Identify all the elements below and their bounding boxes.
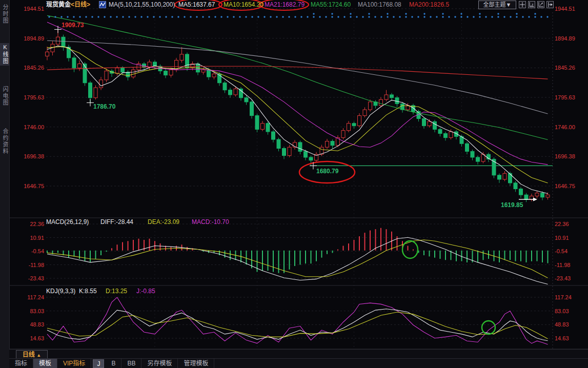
y-axis-label: 14.63 [555,335,569,341]
kdj-j-value: J:-0.85 [136,288,155,295]
kdj-d-value: D:13.25 [106,288,127,295]
kdj-d_points [47,312,548,339]
macd-diff-value: DIFF:-28.44 [100,218,133,226]
macd-value: MACD:-10.70 [192,218,229,226]
instrument-title: 现货黄金<日线> [46,1,90,9]
tab-2[interactable]: 模板 [33,359,57,368]
instrument-name: 现货黄金 [46,1,71,8]
macd-histogram [47,228,548,273]
y-axis-label: 1646.75 [16,183,44,189]
candlestick-series [46,29,550,202]
kdj-k-value: K:8.55 [79,288,97,295]
period-tag: <日线> [71,1,90,8]
y-axis-label: 1845.26 [16,65,44,71]
sidebar-item-2[interactable]: K线图 [0,43,9,66]
period-row: 日线 ▲ [9,349,588,359]
annotation-high-price: 1909.73 [62,22,84,29]
ma-lines [47,15,548,193]
y-axis-label: 1894.89 [16,35,44,42]
y-axis-label: 117.24 [16,294,44,300]
y-axis-label: 14.63 [16,335,44,341]
theme-dropdown[interactable]: 全部主题▼ [478,1,516,9]
y-axis-label: 1795.63 [16,94,44,100]
kdj-lines [47,297,548,344]
y-axis-scale-icon[interactable] [528,1,535,8]
y-axis-label: 10.91 [16,235,44,241]
y-axis-label: -23.43 [555,275,571,281]
ma-value-2: MA10:1654.20 [224,1,263,9]
period-label: 日线 [23,351,35,358]
period-arrow-icon: ▲ [36,353,41,358]
ma-line-MA55 [47,15,548,139]
macd-dea-value: DEA:-23.09 [148,218,179,226]
ma-value-3: MA21:1682.79 [265,1,305,9]
crosshair-icon[interactable] [519,1,526,8]
dotted-marker-line [48,13,548,17]
y-axis-label: 117.24 [555,294,572,300]
ma-line-MA100 [47,40,548,114]
ma-value-1: MA5:1637.67 [178,1,215,9]
ma-value-6: MA200:1826.5 [409,1,449,9]
tab-1[interactable]: 指标 [9,359,33,368]
y-axis-label: 48.83 [16,321,44,328]
y-axis-label: 1944.51 [16,6,44,12]
tab-7[interactable]: 另存模板 [141,359,178,368]
y-axis-label: -23.43 [16,275,44,281]
macd-params: MACD(26,12,9) [46,218,89,226]
y-axis-label: -0.54 [555,248,567,254]
annotation-swing-low: 1786.70 [93,103,115,110]
trading-terminal: 分时图K线图闪电图合约资料 现货黄金<日线> MA(5,10,21,55,100… [0,0,588,368]
annotation-key-low: 1680.79 [316,168,338,175]
y-axis-label: -11.98 [555,262,570,268]
y-axis-label: 48.83 [555,321,569,328]
analyst-annotations [54,0,537,334]
auto-scale-icon[interactable] [537,1,544,8]
y-axis-label: 1646.75 [555,183,575,189]
chart-canvas[interactable] [0,0,588,368]
tab-3[interactable]: VIP指标 [57,359,91,368]
kdj-params: KDJ(9,3,3) [46,288,75,295]
y-axis-label: 1696.38 [555,153,575,159]
y-axis-label: 22.36 [555,221,569,227]
y-axis-label: 1696.38 [16,153,44,159]
kdj-j_points [47,297,548,344]
arrow-marker [533,198,537,201]
y-axis-label: 83.03 [555,308,569,314]
green-circle-kdj-cross [482,321,495,334]
ma-settings-label: MA(5,10,21,55,100,200) [109,1,175,9]
y-axis-label: 1845.26 [555,65,575,71]
sidebar-item-4[interactable]: 合约资料 [0,127,9,156]
y-axis-label: -11.98 [16,262,44,268]
ma-value-4: MA55:1724.60 [311,1,351,9]
y-axis-label: 10.91 [555,235,569,241]
chart-type-icon [99,1,106,8]
y-axis-label: 83.03 [16,308,44,314]
sidebar-item-1[interactable]: 分时图 [0,3,9,25]
ma-value-5: MA100:1768.08 [358,1,401,9]
shift-right-icon[interactable] [546,1,554,8]
y-axis-label: 1944.51 [555,6,575,12]
y-axis-label: 1795.63 [555,94,575,100]
y-axis-label: 1894.89 [555,35,575,42]
bottom-tabbar: 指标模板VIP指标JBBB另存模板管理模板 [9,358,588,368]
green-circle-macd-cross [402,241,418,258]
tab-5[interactable]: B [106,359,121,368]
y-axis-label: 1746.00 [555,124,575,130]
sidebar: 分时图K线图闪电图合约资料 [0,0,10,368]
sidebar-item-3[interactable]: 闪电图 [0,85,9,107]
y-axis-label: 22.36 [16,221,44,227]
y-axis-label: -0.54 [16,248,44,254]
y-axis-label: 1746.00 [16,124,44,130]
tab-4[interactable]: J [93,359,104,368]
tab-6[interactable]: BB [121,359,141,368]
annotation-last-low: 1619.85 [501,201,523,209]
tab-8[interactable]: 管理模板 [178,359,214,368]
